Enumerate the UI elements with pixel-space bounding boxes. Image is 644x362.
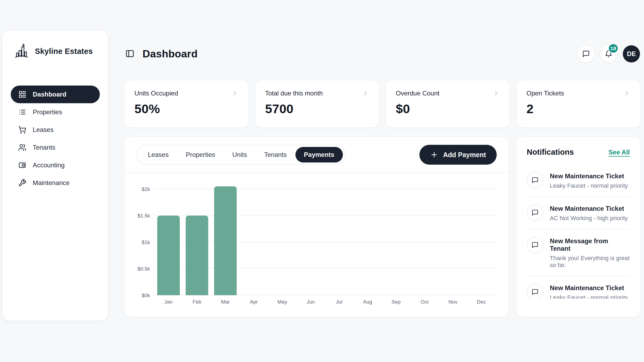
grid-icon: [18, 90, 26, 98]
messages-button[interactable]: [578, 46, 594, 62]
dashboard-page: Skyline Estates DashboardPropertiesLease…: [0, 0, 644, 362]
payments-bar-chart: $0k$0.5k$1k$1.5k$2k JanFebMarAprMayJunJu…: [125, 173, 508, 317]
x-axis-label: Feb: [183, 299, 211, 305]
stat-card-top: Overdue Count: [396, 90, 500, 97]
y-axis-tick: $0.5k: [130, 266, 150, 272]
x-axis-label: Jul: [325, 299, 353, 305]
bar-column-aug: [353, 180, 382, 295]
chat-icon: [532, 289, 539, 295]
panel-left-icon: [125, 49, 134, 58]
notification-icon-circle: [527, 237, 543, 253]
chat-icon: [532, 177, 539, 184]
sidebar-item-label: Properties: [33, 108, 62, 116]
add-payment-label: Add Payment: [443, 151, 486, 159]
main-content: Dashboard 18 DE Units Occupied50%Total d: [125, 45, 640, 317]
stat-value: 5700: [265, 101, 369, 116]
sidebar-item-tenants[interactable]: Tenants: [11, 139, 100, 156]
notification-list-item[interactable]: New Maintenance TicketLeaky Faucet - nor…: [527, 276, 630, 299]
tab-tenants[interactable]: Tenants: [255, 147, 295, 162]
stat-value: 50%: [134, 101, 238, 116]
sidebar: Skyline Estates DashboardPropertiesLease…: [3, 31, 108, 320]
notification-body: New Message from TenantThank you! Everyt…: [550, 237, 630, 269]
bar-column-jul: [325, 180, 353, 295]
notification-body: New Maintenance TicketLeaky Faucet - nor…: [550, 284, 628, 299]
chart-x-axis: JanFebMarAprMayJunJulAugSepOctNovDec: [154, 299, 496, 305]
wallet-icon: [18, 161, 26, 169]
notification-list-item[interactable]: New Maintenance TicketAC Not Working - h…: [527, 197, 630, 230]
stat-card-overdue-count[interactable]: Overdue Count$0: [386, 80, 509, 127]
sidebar-item-dashboard[interactable]: Dashboard: [11, 86, 100, 103]
notification-count-badge: 18: [608, 43, 619, 53]
notification-body: New Maintenance TicketAC Not Working - h…: [550, 204, 628, 222]
notification-title-text: New Maintenance Ticket: [550, 204, 628, 212]
sidebar-nav: DashboardPropertiesLeasesTenantsAccounti…: [11, 86, 100, 192]
x-axis-label: Dec: [467, 299, 496, 305]
notification-list-item[interactable]: New Maintenance TicketLeaky Faucet - nor…: [527, 165, 630, 197]
sidebar-item-maintenance[interactable]: Maintenance: [11, 174, 100, 192]
sidebar-item-accounting[interactable]: Accounting: [11, 156, 100, 174]
chat-icon: [532, 242, 539, 249]
stat-label: Units Occupied: [134, 90, 178, 97]
sidebar-item-label: Dashboard: [33, 91, 66, 98]
page-title: Dashboard: [142, 48, 198, 60]
stat-card-top: Units Occupied: [134, 90, 238, 97]
add-payment-button[interactable]: Add Payment: [419, 145, 497, 165]
bar-column-apr: [240, 180, 268, 295]
content-row: LeasesPropertiesUnitsTenantsPayments Add…: [125, 137, 640, 317]
bar-column-jun: [297, 180, 325, 295]
chevron-right-icon: [362, 90, 369, 97]
notifications-list: New Maintenance TicketLeaky Faucet - nor…: [527, 165, 630, 299]
user-avatar[interactable]: DE: [623, 45, 640, 62]
topbar: Dashboard 18 DE: [125, 45, 640, 63]
sidebar-item-properties[interactable]: Properties: [11, 103, 100, 121]
notification-subtitle-text: Leaky Faucet - normal priority: [550, 294, 628, 299]
stat-cards-row: Units Occupied50%Total due this month570…: [125, 80, 640, 127]
notification-title-text: New Maintenance Ticket: [550, 284, 628, 292]
stat-card-total-due-this-month[interactable]: Total due this month5700: [255, 80, 379, 127]
notification-icon-circle: [527, 172, 543, 189]
entity-tabs: LeasesPropertiesUnitsTenantsPayments: [137, 145, 346, 165]
bar-column-dec: [467, 180, 496, 295]
chevron-right-icon: [623, 90, 630, 97]
see-all-link[interactable]: See All: [609, 149, 630, 156]
stat-card-top: Open Tickets: [526, 90, 630, 97]
stat-card-units-occupied[interactable]: Units Occupied50%: [125, 80, 248, 127]
x-axis-label: Oct: [410, 299, 439, 305]
sidebar-item-label: Tenants: [33, 144, 55, 151]
chart-plot-area: $0k$0.5k$1k$1.5k$2k: [154, 180, 496, 295]
tab-units[interactable]: Units: [224, 147, 256, 162]
sidebar-item-label: Maintenance: [33, 179, 69, 187]
stat-label: Overdue Count: [396, 90, 440, 97]
x-axis-label: Aug: [353, 299, 382, 305]
bar-column-may: [268, 180, 297, 295]
y-axis-tick: $1.5k: [130, 213, 150, 219]
plus-icon: [430, 151, 438, 159]
bar-column-mar: [211, 180, 240, 295]
stat-card-open-tickets[interactable]: Open Tickets2: [517, 80, 640, 127]
bar-mar: [214, 186, 237, 295]
x-axis-label: Apr: [240, 299, 268, 305]
app-logo: Skyline Estates: [11, 43, 100, 60]
x-axis-label: Mar: [211, 299, 240, 305]
notifications-button[interactable]: 18: [600, 46, 617, 62]
notifications-header: Notifications See All: [527, 148, 630, 157]
notification-title-text: New Maintenance Ticket: [550, 172, 628, 180]
payments-chart-card: LeasesPropertiesUnitsTenantsPayments Add…: [125, 137, 508, 317]
bar-feb: [186, 216, 208, 295]
notifications-title: Notifications: [527, 148, 574, 157]
wrench-icon: [18, 179, 26, 187]
notification-list-item[interactable]: New Message from TenantThank you! Everyt…: [527, 230, 630, 276]
bar-column-sep: [382, 180, 410, 295]
x-axis-label: Nov: [439, 299, 467, 305]
cart-icon: [18, 126, 26, 134]
tab-leases[interactable]: Leases: [139, 147, 177, 162]
chat-icon: [582, 50, 590, 58]
tab-properties[interactable]: Properties: [177, 147, 224, 162]
sidebar-toggle-button[interactable]: [125, 49, 135, 59]
sidebar-item-label: Leases: [33, 126, 53, 134]
tab-payments[interactable]: Payments: [295, 147, 343, 162]
sidebar-item-leases[interactable]: Leases: [11, 121, 100, 139]
chart-card-header: LeasesPropertiesUnitsTenantsPayments Add…: [125, 137, 508, 173]
bar-column-oct: [410, 180, 439, 295]
notification-subtitle-text: AC Not Working - high priority: [550, 215, 628, 222]
